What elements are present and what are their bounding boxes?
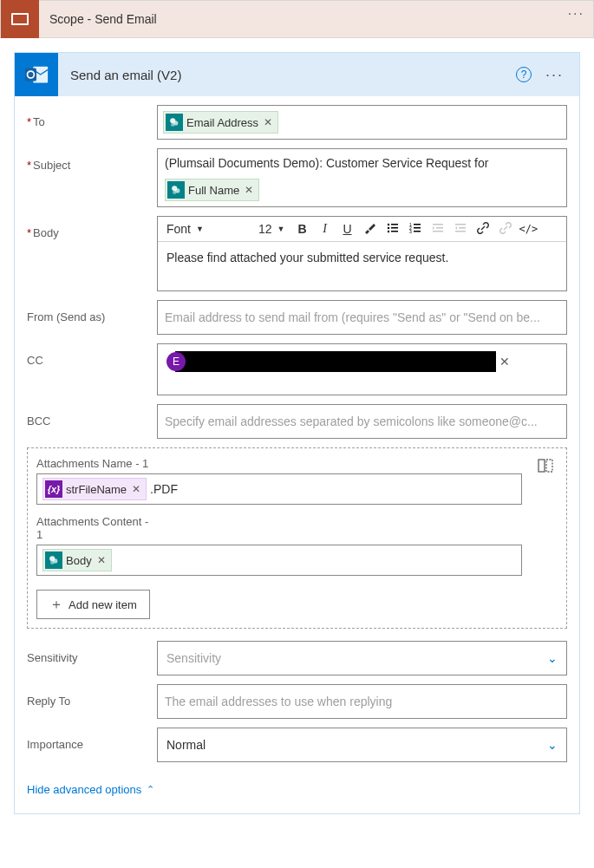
dynamic-content-icon	[166, 114, 183, 131]
hide-advanced-toggle[interactable]: Hide advanced options ⌃	[27, 783, 154, 796]
unlink-button[interactable]	[497, 221, 514, 238]
svg-rect-24	[455, 224, 466, 225]
underline-button[interactable]: U	[339, 222, 356, 236]
svg-rect-13	[391, 227, 398, 229]
replyto-input[interactable]: The email addresses to use when replying	[157, 684, 567, 719]
bold-button[interactable]: B	[294, 222, 311, 236]
token-remove-icon[interactable]: ✕	[243, 184, 255, 196]
subject-label: *Subject	[27, 148, 157, 172]
sensitivity-placeholder: Sensitivity	[166, 651, 221, 665]
to-token[interactable]: Email Address ✕	[163, 111, 278, 134]
body-content[interactable]: Please find attached your submitted serv…	[158, 242, 566, 290]
font-size-select[interactable]: 12▼	[255, 220, 289, 238]
svg-rect-26	[455, 231, 466, 232]
attach-content-input[interactable]: Body ✕	[36, 545, 522, 576]
outdent-button[interactable]	[429, 221, 447, 238]
from-placeholder: Email address to send mail from (require…	[165, 310, 559, 324]
replyto-placeholder: The email addresses to use when replying	[165, 695, 559, 708]
svg-point-8	[173, 190, 176, 193]
cc-input[interactable]: E ✕	[157, 343, 567, 395]
svg-point-10	[387, 226, 388, 228]
to-input[interactable]: Email Address ✕	[157, 105, 567, 140]
subject-text: (Plumsail Documents Demo): Customer Serv…	[165, 154, 559, 172]
svg-text:3: 3	[409, 229, 412, 234]
scope-menu-button[interactable]: ···	[568, 6, 584, 22]
highlight-button[interactable]	[362, 221, 379, 238]
cc-remove-icon[interactable]: ✕	[499, 355, 510, 369]
bcc-label: BCC	[27, 404, 157, 427]
svg-rect-19	[414, 227, 421, 229]
svg-point-31	[50, 560, 54, 564]
add-new-item-button[interactable]: ＋ Add new item	[36, 590, 150, 619]
from-input[interactable]: Email address to send mail from (require…	[157, 300, 567, 335]
action-body: *To Email Address ✕ *Subject	[15, 96, 579, 813]
column-switch-icon[interactable]	[537, 457, 554, 474]
link-button[interactable]	[474, 221, 492, 238]
token-remove-icon[interactable]: ✕	[262, 116, 274, 128]
attach-name-token[interactable]: {x} strFileName ✕	[42, 478, 147, 500]
importance-select[interactable]: Normal ⌄	[157, 728, 567, 762]
action-title: Send an email (V2)	[58, 68, 181, 82]
svg-rect-21	[433, 224, 443, 225]
bcc-placeholder: Specify email addresses separated by sem…	[165, 414, 559, 428]
body-label: *Body	[27, 216, 157, 239]
subject-input[interactable]: (Plumsail Documents Demo): Customer Serv…	[157, 148, 567, 207]
cc-label: CC	[27, 343, 157, 367]
italic-button[interactable]: I	[317, 222, 334, 236]
chevron-down-icon: ⌄	[547, 738, 558, 752]
plus-icon: ＋	[49, 597, 63, 611]
attach-name-input[interactable]: {x} strFileName ✕ .PDF	[36, 473, 522, 505]
dynamic-content-icon	[45, 551, 62, 569]
svg-rect-22	[436, 227, 443, 229]
code-view-button[interactable]: </>	[519, 223, 537, 235]
send-email-card: Send an email (V2) ? ··· *To Email Addre…	[14, 52, 580, 814]
rte-toolbar: Font▼ 12▼ B I U	[158, 217, 566, 242]
svg-rect-12	[391, 224, 398, 225]
svg-rect-23	[433, 231, 443, 232]
token-label: Email Address	[186, 116, 258, 129]
cc-recipient-pill[interactable]: E	[175, 351, 496, 372]
dynamic-content-icon	[167, 181, 185, 199]
action-header[interactable]: Send an email (V2) ? ···	[15, 53, 579, 96]
indent-button[interactable]	[452, 221, 469, 238]
importance-label: Importance	[27, 728, 157, 751]
token-label: Body	[66, 554, 92, 567]
svg-rect-18	[414, 224, 421, 225]
svg-rect-28	[546, 460, 552, 472]
content-area: Send an email (V2) ? ··· *To Email Addre…	[0, 38, 594, 868]
token-label: strFileName	[66, 483, 127, 496]
help-icon[interactable]: ?	[516, 67, 532, 82]
svg-rect-25	[459, 227, 466, 229]
svg-point-11	[387, 230, 388, 232]
scope-title: Scope - Send Email	[39, 12, 157, 26]
chevron-down-icon: ⌄	[547, 651, 558, 665]
avatar: E	[166, 352, 186, 371]
svg-point-5	[171, 122, 174, 126]
attachments-section: Attachments Name - 1 {x} strFileName ✕ .…	[27, 447, 567, 629]
scope-header[interactable]: Scope - Send Email ···	[0, 0, 594, 38]
svg-point-9	[387, 223, 388, 225]
token-label: Full Name	[188, 184, 239, 197]
numbered-list-button[interactable]: 123	[407, 221, 424, 238]
importance-value: Normal	[166, 738, 206, 752]
sensitivity-label: Sensitivity	[27, 641, 157, 664]
token-remove-icon[interactable]: ✕	[130, 483, 142, 495]
outlook-icon	[15, 53, 58, 96]
bcc-input[interactable]: Specify email addresses separated by sem…	[157, 404, 567, 439]
svg-rect-14	[391, 231, 398, 232]
bullet-list-button[interactable]	[384, 221, 401, 238]
fx-icon: {x}	[45, 480, 62, 498]
token-remove-icon[interactable]: ✕	[95, 554, 108, 566]
svg-rect-20	[414, 231, 421, 232]
from-label: From (Send as)	[27, 300, 157, 323]
subject-token[interactable]: Full Name ✕	[165, 179, 259, 201]
sensitivity-select[interactable]: Sensitivity ⌄	[157, 641, 567, 675]
action-menu-button[interactable]: ···	[545, 66, 564, 84]
body-editor[interactable]: Font▼ 12▼ B I U	[157, 216, 567, 291]
font-family-select[interactable]: Font▼	[163, 220, 250, 238]
attach-name-suffix: .PDF	[150, 482, 178, 496]
replyto-label: Reply To	[27, 684, 157, 708]
scope-icon	[1, 0, 39, 38]
to-label: *To	[27, 105, 157, 128]
attach-content-token[interactable]: Body ✕	[42, 549, 112, 571]
